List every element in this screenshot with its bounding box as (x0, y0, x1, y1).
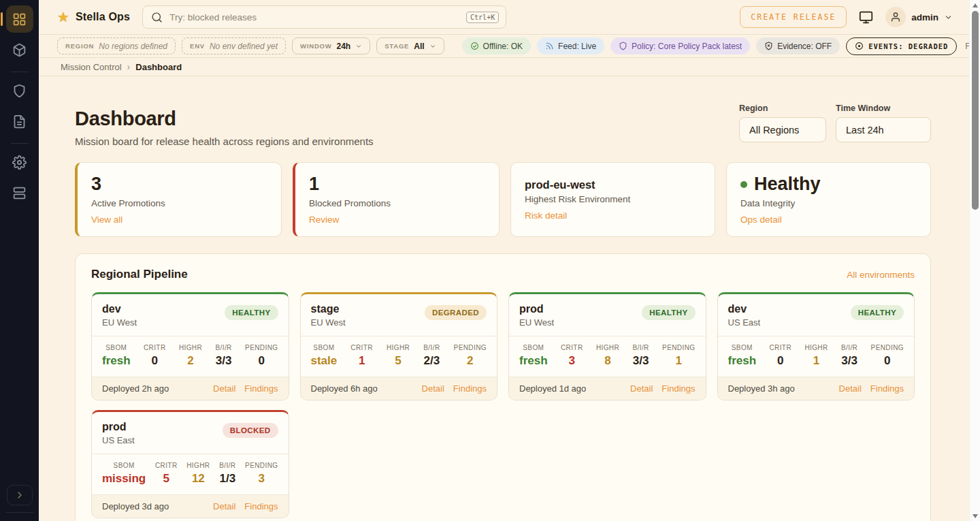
active-promotions-card: 3 Active Promotions View all (75, 162, 282, 237)
page-scrollbar[interactable] (969, 0, 980, 521)
environment-name: stage (311, 303, 346, 315)
time-window-filter-label: Time Window (836, 104, 931, 113)
stat-sbom: SBOMfresh (519, 344, 548, 368)
stat-sbom: SBOMfresh (102, 344, 131, 368)
sidebar-divider (11, 72, 29, 72)
stage-chip[interactable]: STAGE All (376, 37, 444, 54)
sidebar-item-dashboard[interactable] (6, 5, 33, 33)
risk-detail-link[interactable]: Risk detail (525, 210, 567, 221)
stat-pending: PENDING0 (871, 344, 904, 368)
offline-status-pill[interactable]: Offline: OK (462, 37, 531, 54)
pipeline-card: prod EU West HEALTHY SBOMfreshCRITR3HIGH… (508, 292, 706, 400)
display-mode-button[interactable] (859, 10, 873, 25)
findings-link[interactable]: Findings (662, 383, 695, 394)
shield-icon (12, 84, 27, 98)
feed-status-label: Feed: Live (558, 42, 596, 51)
topbar: ★ Stella Ops Ctrl+K CREATE RELEASE admin (39, 0, 969, 35)
findings-link[interactable]: Findings (244, 383, 278, 394)
sidebar-item-systems[interactable] (6, 179, 33, 206)
scroll-down-arrow[interactable] (973, 514, 978, 518)
stat-highr: HIGHR2 (179, 344, 202, 368)
view-all-link[interactable]: View all (91, 215, 122, 225)
regional-pipeline-title: Regional Pipeline (91, 268, 188, 281)
region-name: EU West (102, 317, 137, 328)
pipeline-card: stage EU West DEGRADED SBOMstaleCRITR1HI… (300, 292, 498, 400)
breadcrumb: Mission Control › Dashboard (39, 58, 969, 76)
sidebar-item-releases[interactable] (6, 36, 33, 63)
app-title: Stella Ops (76, 11, 130, 23)
sidebar-divider (11, 143, 29, 144)
evidence-status-pill[interactable]: Evidence: OFF (756, 37, 840, 54)
search-input[interactable] (169, 12, 466, 22)
region-chip[interactable]: REGION No regions defined (57, 37, 176, 54)
global-context-bar: REGION No regions defined ENV No env def… (39, 35, 969, 58)
page-title: Dashboard (75, 108, 374, 130)
environment-name: dev (102, 303, 137, 315)
detail-link[interactable]: Detail (213, 383, 235, 394)
events-status-label: EVENTS: DEGRADED (868, 42, 948, 50)
chevron-down-icon (429, 43, 436, 50)
global-search[interactable]: Ctrl+K (142, 5, 506, 29)
findings-link[interactable]: Findings (244, 501, 278, 511)
detail-link[interactable]: Detail (213, 501, 235, 511)
region-name: EU West (311, 317, 346, 328)
environment-name: prod (519, 303, 554, 315)
check-circle-icon (470, 42, 479, 50)
stat-critr: CRITR0 (144, 344, 166, 368)
sidebar-collapse-button[interactable] (7, 485, 33, 505)
stats-row: SBOMstaleCRITR1HIGHR5B/I/R2/3PENDING2 (301, 336, 497, 377)
chevron-right-icon (14, 490, 25, 501)
avatar (885, 7, 906, 27)
region-chip-label: REGION (65, 42, 94, 50)
user-menu[interactable]: admin (885, 7, 953, 27)
region-filter-label: Region (739, 104, 826, 113)
detail-link[interactable]: Detail (630, 383, 653, 394)
window-chip[interactable]: WINDOW 24h (292, 37, 370, 54)
blocked-promotions-count: 1 (309, 174, 485, 195)
ops-detail-link[interactable]: Ops detail (740, 215, 782, 225)
region-select[interactable]: All Regions (739, 117, 826, 142)
sidebar-item-documents[interactable] (6, 108, 33, 135)
detail-link[interactable]: Detail (422, 383, 444, 394)
stat-pending: PENDING0 (245, 344, 278, 368)
card-links: DetailFindings (422, 383, 487, 394)
detail-link[interactable]: Detail (839, 383, 862, 394)
breadcrumb-mission-control[interactable]: Mission Control (61, 62, 122, 72)
card-links: DetailFindings (839, 383, 904, 394)
region-chip-value: No regions defined (99, 42, 167, 51)
stats-row: SBOMfreshCRITR0HIGHR1B/I/R3/3PENDING0 (718, 336, 915, 377)
sidebar-item-settings[interactable] (6, 148, 33, 176)
stat-critr: CRITR5 (155, 462, 178, 486)
feed-status-pill[interactable]: Feed: Live (537, 37, 604, 54)
stats-row: SBOMmissingCRITR5HIGHR12B/I/R1/3PENDING3 (92, 454, 289, 494)
highest-risk-card: prod-eu-west Highest Risk Environment Ri… (510, 162, 715, 237)
region-name: US East (728, 317, 761, 328)
stat-bir: B/I/R2/3 (423, 344, 440, 368)
deployed-time: Deployed 3h ago (728, 383, 795, 394)
time-window-select[interactable]: Last 24h (836, 117, 931, 142)
all-environments-link[interactable]: All environments (847, 270, 915, 280)
region-name: EU West (519, 317, 554, 328)
health-dot (740, 181, 747, 188)
review-link[interactable]: Review (309, 215, 339, 225)
highest-risk-label: Highest Risk Environment (525, 194, 701, 204)
policy-status-pill[interactable]: Policy: Core Policy Pack latest (610, 37, 750, 54)
environment-name: dev (728, 303, 761, 315)
pipeline-card: prod US East BLOCKED SBOMmissingCRITR5HI… (91, 410, 289, 518)
active-indicator (1, 12, 3, 26)
events-status-pill[interactable]: EVENTS: DEGRADED (846, 37, 957, 55)
card-links: DetailFindings (213, 501, 278, 511)
findings-link[interactable]: Findings (870, 383, 904, 394)
env-chip[interactable]: ENV No env defined yet (182, 37, 286, 54)
stage-chip-label: STAGE (385, 42, 409, 50)
environment-name: prod (102, 421, 135, 433)
create-release-button[interactable]: CREATE RELEASE (740, 6, 847, 28)
stat-bir: B/I/R3/3 (216, 344, 232, 368)
chevron-down-icon (944, 13, 953, 22)
policy-status-label: Policy: Core Policy Pack latest (632, 42, 742, 51)
deployed-time: Deployed 1d ago (519, 383, 586, 394)
findings-link[interactable]: Findings (453, 383, 487, 394)
sidebar-item-policies[interactable] (6, 77, 33, 104)
scrollbar-thumb[interactable] (972, 11, 979, 210)
scroll-up-arrow[interactable] (973, 3, 978, 7)
